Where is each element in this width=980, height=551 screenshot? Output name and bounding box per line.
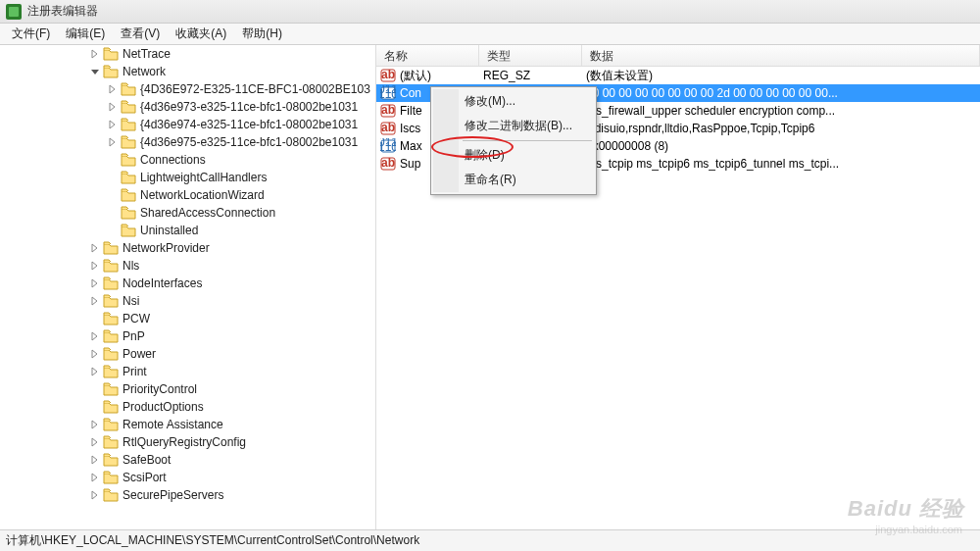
folder-icon bbox=[121, 188, 136, 202]
body-area: NetTraceNetwork{4D36E972-E325-11CE-BFC1-… bbox=[0, 45, 980, 529]
tree-expander-icon[interactable] bbox=[106, 83, 119, 96]
tree-expander-icon[interactable] bbox=[88, 242, 101, 255]
folder-icon bbox=[103, 65, 119, 78]
string-value-icon bbox=[380, 121, 396, 136]
tree-node-label: Uninstalled bbox=[140, 224, 198, 237]
tree-expander-icon bbox=[106, 225, 119, 237]
tree-node[interactable]: NetworkProvider bbox=[0, 239, 375, 257]
menu-bar: 文件(F) 编辑(E) 查看(V) 收藏夹(A) 帮助(H) bbox=[0, 24, 980, 45]
tree-expander-icon bbox=[106, 154, 119, 167]
menu-file[interactable]: 文件(F) bbox=[4, 24, 58, 44]
folder-icon bbox=[121, 118, 136, 131]
tree-expander-icon[interactable] bbox=[106, 119, 119, 131]
tree-node[interactable]: Nsi bbox=[0, 292, 375, 310]
tree-expander-icon[interactable] bbox=[88, 277, 101, 290]
tree-node-label: PnP bbox=[122, 329, 145, 343]
tree-node[interactable]: Power bbox=[0, 345, 375, 363]
tree-node[interactable]: NetTrace bbox=[0, 45, 375, 63]
context-menu: 修改(M)... 修改二进制数据(B)... 删除(D) 重命名(R) bbox=[430, 86, 597, 195]
folder-icon bbox=[121, 135, 136, 149]
tree-expander-icon[interactable] bbox=[88, 489, 101, 502]
tree-node[interactable]: {4D36E972-E325-11CE-BFC1-08002BE103 bbox=[0, 80, 375, 98]
ctx-delete[interactable]: 删除(D) bbox=[433, 143, 594, 168]
tree-node[interactable]: PnP bbox=[0, 327, 375, 345]
cell-data: 0x00000008 (8) bbox=[582, 139, 980, 153]
tree-node-label: NetworkProvider bbox=[122, 241, 210, 255]
tree-expander-icon bbox=[88, 313, 101, 326]
tree-expander-icon[interactable] bbox=[88, 66, 101, 78]
value-name: Max bbox=[400, 139, 422, 153]
folder-icon bbox=[103, 329, 119, 343]
tree-node[interactable]: SecurePipeServers bbox=[0, 486, 375, 504]
folder-icon bbox=[103, 347, 119, 361]
tree-node[interactable]: Connections bbox=[0, 151, 375, 169]
tree-expander-icon[interactable] bbox=[88, 348, 101, 361]
menu-help[interactable]: 帮助(H) bbox=[234, 24, 290, 44]
tree-node-label: Connections bbox=[140, 153, 206, 167]
tree-expander-icon[interactable] bbox=[88, 48, 101, 61]
tree-expander-icon[interactable] bbox=[88, 330, 101, 343]
folder-icon bbox=[103, 435, 119, 449]
folder-icon bbox=[103, 453, 119, 467]
tree-node-label: ProductOptions bbox=[122, 400, 204, 414]
tree-node[interactable]: PCW bbox=[0, 310, 375, 327]
folder-icon bbox=[121, 82, 136, 96]
tree-node-label: SecurePipeServers bbox=[122, 488, 223, 502]
folder-icon bbox=[103, 294, 119, 308]
tree-panel: NetTraceNetwork{4D36E972-E325-11CE-BFC1-… bbox=[0, 45, 376, 529]
tree-node[interactable]: ScsiPort bbox=[0, 469, 375, 486]
folder-icon bbox=[121, 206, 136, 220]
folder-icon bbox=[121, 100, 136, 114]
tree-node[interactable]: RtlQueryRegistryConfig bbox=[0, 433, 375, 451]
header-type[interactable]: 类型 bbox=[479, 45, 582, 66]
tree-expander-icon[interactable] bbox=[88, 260, 101, 273]
tree-expander-icon[interactable] bbox=[106, 101, 119, 114]
title-bar: 注册表编辑器 bbox=[0, 0, 980, 24]
tree-node[interactable]: LightweightCallHandlers bbox=[0, 169, 375, 186]
tree-node-label: Nls bbox=[122, 259, 139, 273]
tree-node[interactable]: Uninstalled bbox=[0, 222, 375, 239]
menu-view[interactable]: 查看(V) bbox=[113, 24, 168, 44]
tree-node[interactable]: {4d36e973-e325-11ce-bfc1-08002be1031 bbox=[0, 98, 375, 116]
menu-edit[interactable]: 编辑(E) bbox=[58, 24, 113, 44]
list-row[interactable]: (默认)REG_SZ(数值未设置) bbox=[376, 67, 980, 84]
ctx-modify[interactable]: 修改(M)... bbox=[433, 89, 594, 114]
tree-node-label: {4D36E972-E325-11CE-BFC1-08002BE103 bbox=[140, 82, 370, 96]
binary-value-icon bbox=[380, 138, 396, 154]
tree-node[interactable]: PriorityControl bbox=[0, 380, 375, 398]
tree-node[interactable]: Remote Assistance bbox=[0, 416, 375, 433]
string-value-icon bbox=[380, 103, 396, 119]
tree-node[interactable]: Network bbox=[0, 63, 375, 80]
tree-expander-icon[interactable] bbox=[88, 472, 101, 484]
string-value-icon bbox=[380, 68, 396, 83]
tree-node[interactable]: NodeInterfaces bbox=[0, 275, 375, 292]
tree-node[interactable]: Print bbox=[0, 363, 375, 380]
tree-expander-icon[interactable] bbox=[88, 436, 101, 449]
list-panel: 名称 类型 数据 (默认)REG_SZ(数值未设置)Con00 00 00 00… bbox=[376, 45, 980, 529]
tree-node[interactable]: NetworkLocationWizard bbox=[0, 186, 375, 204]
tree-node[interactable]: {4d36e975-e325-11ce-bfc1-08002be1031 bbox=[0, 133, 375, 151]
tree-expander-icon[interactable] bbox=[106, 136, 119, 149]
tree-expander-icon[interactable] bbox=[88, 295, 101, 308]
header-name[interactable]: 名称 bbox=[376, 45, 479, 66]
tree-expander-icon[interactable] bbox=[88, 454, 101, 467]
folder-icon bbox=[121, 153, 136, 167]
tree-node[interactable]: SharedAccessConnection bbox=[0, 204, 375, 222]
tree-node[interactable]: ProductOptions bbox=[0, 398, 375, 416]
tree-node[interactable]: Nls bbox=[0, 257, 375, 275]
ctx-rename[interactable]: 重命名(R) bbox=[433, 168, 594, 192]
tree-expander-icon bbox=[106, 207, 119, 220]
tree-scroll[interactable]: NetTraceNetwork{4D36E972-E325-11CE-BFC1-… bbox=[0, 45, 375, 529]
ctx-modify-binary[interactable]: 修改二进制数据(B)... bbox=[433, 114, 594, 138]
header-data[interactable]: 数据 bbox=[582, 45, 980, 66]
tree-expander-icon[interactable] bbox=[88, 366, 101, 378]
cell-data: (数值未设置) bbox=[582, 68, 980, 84]
tree-node[interactable]: {4d36e974-e325-11ce-bfc1-08002be1031 bbox=[0, 116, 375, 133]
folder-icon bbox=[121, 224, 136, 237]
cell-data: ms_firewall_upper scheduler encryption c… bbox=[582, 104, 980, 118]
tree-node-label: ScsiPort bbox=[122, 471, 167, 484]
tree-expander-icon bbox=[88, 383, 101, 396]
menu-favorites[interactable]: 收藏夹(A) bbox=[168, 24, 234, 44]
tree-expander-icon[interactable] bbox=[88, 419, 101, 431]
tree-node[interactable]: SafeBoot bbox=[0, 451, 375, 469]
